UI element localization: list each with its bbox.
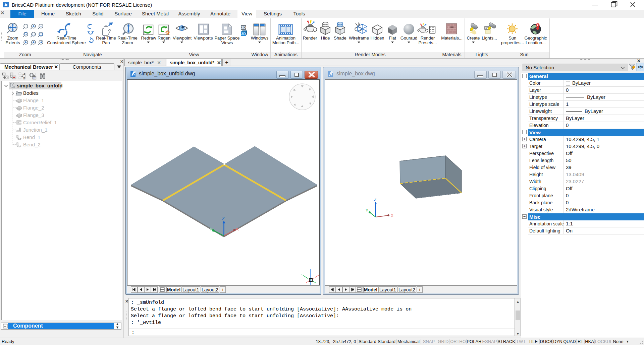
- svg-text:X: X: [391, 213, 393, 218]
- svg-text:3D: 3D: [241, 32, 246, 36]
- svg-text:Y: Y: [366, 208, 368, 213]
- svg-text:2D: 2D: [241, 26, 246, 29]
- svg-text:Z: Z: [374, 197, 376, 202]
- svg-text:Z: Z: [222, 216, 225, 221]
